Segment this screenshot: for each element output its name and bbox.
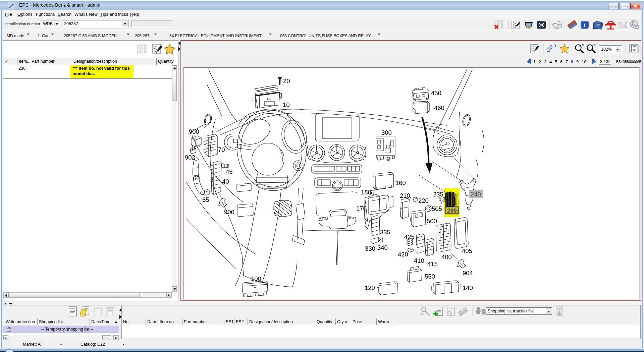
svg-text:906: 906: [224, 209, 234, 216]
svg-text:505: 505: [432, 205, 442, 212]
svg-text:400: 400: [441, 253, 452, 260]
svg-text:335: 335: [380, 229, 390, 236]
svg-text:500: 500: [427, 218, 437, 225]
svg-text:40: 40: [222, 178, 229, 185]
svg-text:235: 235: [433, 191, 443, 198]
svg-text:45: 45: [226, 168, 233, 175]
svg-text:i: i: [584, 21, 585, 28]
svg-text:210: 210: [400, 192, 410, 199]
svg-text:410: 410: [414, 257, 424, 264]
svg-text:230: 230: [447, 208, 457, 214]
svg-text:240: 240: [471, 191, 481, 198]
svg-text:?: ?: [597, 22, 600, 28]
svg-text:902: 902: [185, 154, 195, 161]
svg-text:415: 415: [427, 260, 438, 268]
svg-text:420: 420: [398, 251, 408, 258]
svg-text:900: 900: [189, 128, 199, 135]
svg-text:220: 220: [418, 197, 429, 204]
svg-text:120: 120: [365, 284, 375, 291]
svg-text:450: 450: [431, 90, 441, 97]
svg-text:330: 330: [365, 245, 375, 252]
svg-text:340: 340: [377, 244, 388, 251]
svg-text:10: 10: [283, 101, 290, 108]
svg-text:140: 140: [463, 284, 473, 291]
svg-text:20: 20: [283, 77, 290, 84]
svg-text:180: 180: [361, 189, 371, 196]
svg-text:160: 160: [395, 179, 406, 186]
svg-text:550: 550: [425, 273, 435, 280]
svg-text:170: 170: [356, 205, 367, 212]
svg-text:100: 100: [251, 275, 261, 282]
svg-text:425: 425: [404, 233, 415, 240]
svg-text:460: 460: [434, 104, 444, 111]
svg-text:65: 65: [202, 196, 209, 203]
svg-text:904: 904: [463, 270, 473, 277]
svg-text:60: 60: [193, 175, 200, 182]
svg-text:300: 300: [381, 129, 392, 136]
svg-text:405: 405: [462, 247, 472, 254]
svg-text:70: 70: [218, 146, 225, 153]
